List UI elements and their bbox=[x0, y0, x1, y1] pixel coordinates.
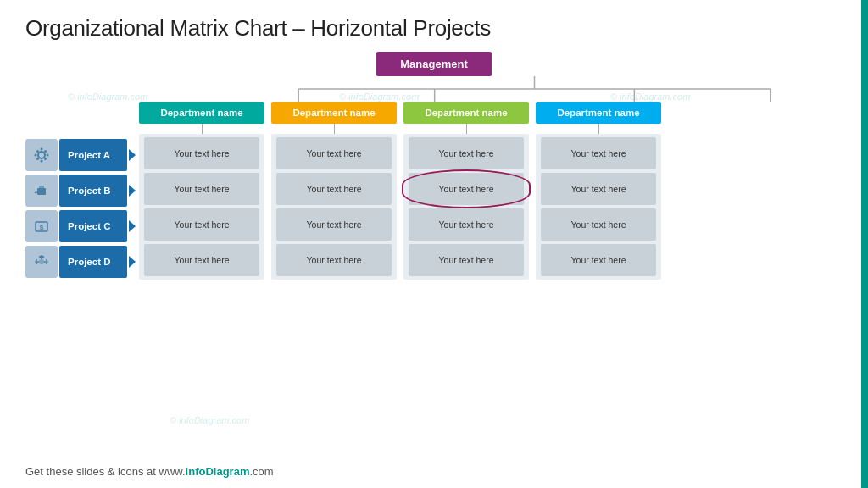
project-b-icon bbox=[25, 175, 58, 207]
watermark-1: © infoDiagram.com bbox=[68, 92, 147, 102]
dept-col-2: Department name Your text here Your text… bbox=[271, 102, 397, 280]
svg-rect-15 bbox=[37, 188, 46, 195]
cell-4-3: Your text here bbox=[541, 244, 656, 276]
cell-3-3: Your text here bbox=[409, 244, 524, 276]
dept-cells-3: Your text here Your text here Your text … bbox=[403, 134, 529, 280]
cell-2-3: Your text here bbox=[276, 244, 392, 276]
management-row: Management bbox=[25, 52, 843, 76]
svg-point-7 bbox=[41, 148, 43, 151]
dept-connector-3 bbox=[466, 124, 467, 134]
project-d-label: Project D bbox=[59, 246, 127, 278]
project-c-label: Project C bbox=[59, 210, 127, 242]
cell-3-0: Your text here bbox=[409, 137, 524, 169]
svg-text:$: $ bbox=[40, 224, 44, 231]
project-b-label: Project B bbox=[59, 175, 127, 207]
dept-header-2: Department name bbox=[271, 102, 397, 124]
cell-3-2: Your text here bbox=[409, 208, 524, 241]
footer-link-suffix: .com bbox=[249, 465, 273, 478]
svg-point-11 bbox=[36, 150, 39, 152]
project-c-icon: $ bbox=[25, 210, 58, 242]
dept-connector-1 bbox=[202, 124, 203, 134]
page: © infoDiagram.com © infoDiagram.com © in… bbox=[0, 0, 868, 488]
dept-col-4: Department name Your text here Your text… bbox=[536, 102, 661, 280]
svg-point-8 bbox=[41, 160, 43, 163]
dept-cells-4: Your text here Your text here Your text … bbox=[536, 134, 661, 280]
department-columns: Department name Your text here Your text… bbox=[139, 102, 661, 280]
footer-link[interactable]: infoDiagram bbox=[186, 465, 250, 478]
project-row-c: $ Project C bbox=[25, 210, 136, 242]
dept-header-4: Department name bbox=[536, 102, 661, 124]
footer-text: Get these slides & icons at www. bbox=[25, 465, 186, 478]
dept-cells-1: Your text here Your text here Your text … bbox=[139, 134, 264, 280]
dept-connector-2 bbox=[334, 124, 335, 134]
management-box: Management bbox=[376, 52, 491, 76]
dept-header-1: Department name bbox=[139, 102, 264, 124]
project-d-icon bbox=[25, 246, 58, 278]
dept-cells-2: Your text here Your text here Your text … bbox=[271, 134, 397, 280]
project-a-arrow bbox=[129, 149, 136, 161]
svg-point-6 bbox=[38, 152, 45, 158]
project-a-icon bbox=[25, 139, 58, 171]
svg-point-14 bbox=[36, 158, 39, 160]
dept-col-1: Department name Your text here Your text… bbox=[139, 102, 264, 280]
project-c-arrow bbox=[129, 220, 136, 232]
svg-point-13 bbox=[44, 150, 47, 152]
cell-1-1: Your text here bbox=[144, 173, 259, 205]
svg-point-19 bbox=[39, 259, 44, 264]
watermark-4: © infoDiagram.com bbox=[170, 415, 249, 425]
top-connectors bbox=[233, 76, 836, 102]
cell-4-0: Your text here bbox=[541, 137, 656, 169]
page-title: Organizational Matrix Chart – Horizontal… bbox=[25, 15, 843, 42]
svg-point-12 bbox=[44, 158, 47, 160]
cell-2-0: Your text here bbox=[276, 137, 392, 169]
project-row-b: Project B bbox=[25, 175, 136, 207]
footer: Get these slides & icons at www.infoDiag… bbox=[25, 465, 274, 478]
project-row-a: Project A bbox=[25, 139, 136, 171]
cell-4-2: Your text here bbox=[541, 208, 656, 241]
project-b-arrow bbox=[129, 185, 136, 197]
cell-2-1: Your text here bbox=[276, 173, 392, 205]
project-d-arrow bbox=[129, 256, 136, 268]
cell-3-1-highlighted: Your text here bbox=[409, 173, 524, 205]
svg-rect-16 bbox=[39, 186, 44, 189]
project-a-label: Project A bbox=[59, 139, 127, 171]
cell-2-2: Your text here bbox=[276, 208, 392, 241]
dept-col-3: Department name Your text here Your text… bbox=[403, 102, 529, 280]
cell-4-1: Your text here bbox=[541, 173, 656, 205]
svg-point-9 bbox=[35, 154, 37, 157]
cell-1-2: Your text here bbox=[144, 208, 259, 241]
cell-1-3: Your text here bbox=[144, 244, 259, 276]
dept-connector-4 bbox=[598, 124, 599, 134]
project-row-d: Project D bbox=[25, 246, 136, 278]
right-accent-bar bbox=[861, 0, 868, 488]
cell-1-0: Your text here bbox=[144, 137, 259, 169]
svg-point-10 bbox=[47, 154, 49, 157]
dept-header-3: Department name bbox=[403, 102, 529, 124]
matrix-wrapper: Project A Project B bbox=[25, 102, 843, 281]
projects-column: Project A Project B bbox=[25, 139, 136, 281]
